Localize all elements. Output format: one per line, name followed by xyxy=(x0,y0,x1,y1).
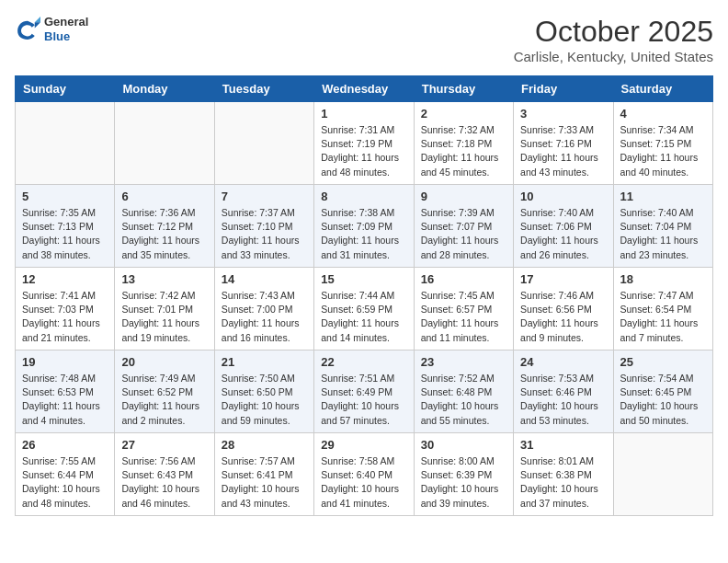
day-info: Sunrise: 7:56 AM Sunset: 6:43 PM Dayligh… xyxy=(121,454,207,511)
day-info: Sunrise: 7:36 AM Sunset: 7:12 PM Dayligh… xyxy=(121,206,207,262)
table-row: 18Sunrise: 7:47 AM Sunset: 6:54 PM Dayli… xyxy=(613,268,712,350)
table-row: 8Sunrise: 7:38 AM Sunset: 7:09 PM Daylig… xyxy=(314,185,414,268)
table-row: 15Sunrise: 7:44 AM Sunset: 6:59 PM Dayli… xyxy=(314,268,414,350)
day-number: 28 xyxy=(222,438,307,452)
calendar-week-row: 1Sunrise: 7:31 AM Sunset: 7:19 PM Daylig… xyxy=(16,102,713,185)
day-info: Sunrise: 8:00 AM Sunset: 6:39 PM Dayligh… xyxy=(421,454,506,511)
header-wednesday: Wednesday xyxy=(314,76,414,102)
day-number: 24 xyxy=(520,355,606,369)
table-row: 12Sunrise: 7:41 AM Sunset: 7:03 PM Dayli… xyxy=(16,268,115,350)
table-row: 5Sunrise: 7:35 AM Sunset: 7:13 PM Daylig… xyxy=(16,185,115,268)
table-row: 9Sunrise: 7:39 AM Sunset: 7:07 PM Daylig… xyxy=(414,185,513,268)
table-row xyxy=(214,102,313,185)
table-row: 25Sunrise: 7:54 AM Sunset: 6:45 PM Dayli… xyxy=(613,350,712,433)
day-number: 2 xyxy=(421,107,506,121)
day-info: Sunrise: 7:58 AM Sunset: 6:40 PM Dayligh… xyxy=(321,454,406,511)
day-info: Sunrise: 7:47 AM Sunset: 6:54 PM Dayligh… xyxy=(620,289,706,345)
calendar-week-row: 19Sunrise: 7:48 AM Sunset: 6:53 PM Dayli… xyxy=(16,350,713,433)
day-number: 27 xyxy=(121,438,207,452)
day-number: 31 xyxy=(520,438,606,452)
day-info: Sunrise: 7:57 AM Sunset: 6:41 PM Dayligh… xyxy=(222,454,307,511)
logo-text: General Blue xyxy=(44,15,88,43)
day-info: Sunrise: 7:54 AM Sunset: 6:45 PM Dayligh… xyxy=(620,372,706,428)
day-number: 25 xyxy=(620,355,706,369)
day-number: 12 xyxy=(22,272,108,286)
day-number: 15 xyxy=(321,272,406,286)
day-info: Sunrise: 7:40 AM Sunset: 7:06 PM Dayligh… xyxy=(520,206,606,262)
header-saturday: Saturday xyxy=(613,76,712,102)
weekday-header-row: Sunday Monday Tuesday Wednesday Thursday… xyxy=(16,76,713,102)
day-number: 6 xyxy=(121,190,207,203)
day-number: 7 xyxy=(222,190,307,203)
day-info: Sunrise: 7:40 AM Sunset: 7:04 PM Dayligh… xyxy=(620,206,706,262)
table-row: 7Sunrise: 7:37 AM Sunset: 7:10 PM Daylig… xyxy=(214,185,313,268)
day-number: 22 xyxy=(321,355,406,369)
header-friday: Friday xyxy=(514,76,613,102)
title-block: October 2025 Carlisle, Kentucky, United … xyxy=(514,15,713,64)
table-row: 3Sunrise: 7:33 AM Sunset: 7:16 PM Daylig… xyxy=(514,102,613,185)
table-row xyxy=(613,433,712,516)
day-number: 26 xyxy=(22,438,108,452)
day-info: Sunrise: 8:01 AM Sunset: 6:38 PM Dayligh… xyxy=(520,454,606,511)
table-row: 6Sunrise: 7:36 AM Sunset: 7:12 PM Daylig… xyxy=(115,185,214,268)
calendar-week-row: 5Sunrise: 7:35 AM Sunset: 7:13 PM Daylig… xyxy=(16,185,713,268)
day-info: Sunrise: 7:51 AM Sunset: 6:49 PM Dayligh… xyxy=(321,372,406,428)
logo-icon xyxy=(15,17,40,42)
day-info: Sunrise: 7:35 AM Sunset: 7:13 PM Dayligh… xyxy=(22,206,108,262)
day-number: 5 xyxy=(22,190,108,203)
table-row: 19Sunrise: 7:48 AM Sunset: 6:53 PM Dayli… xyxy=(16,350,115,433)
table-row xyxy=(16,102,115,185)
day-number: 4 xyxy=(620,107,706,121)
table-row: 26Sunrise: 7:55 AM Sunset: 6:44 PM Dayli… xyxy=(16,433,115,516)
day-info: Sunrise: 7:31 AM Sunset: 7:19 PM Dayligh… xyxy=(321,123,406,179)
day-info: Sunrise: 7:42 AM Sunset: 7:01 PM Dayligh… xyxy=(121,289,207,345)
calendar-title: October 2025 xyxy=(514,15,713,49)
day-number: 14 xyxy=(222,272,307,286)
day-info: Sunrise: 7:50 AM Sunset: 6:50 PM Dayligh… xyxy=(222,372,307,428)
day-info: Sunrise: 7:46 AM Sunset: 6:56 PM Dayligh… xyxy=(520,289,606,345)
day-number: 11 xyxy=(620,190,706,203)
table-row: 14Sunrise: 7:43 AM Sunset: 7:00 PM Dayli… xyxy=(214,268,313,350)
calendar-week-row: 12Sunrise: 7:41 AM Sunset: 7:03 PM Dayli… xyxy=(16,268,713,350)
table-row: 1Sunrise: 7:31 AM Sunset: 7:19 PM Daylig… xyxy=(314,102,414,185)
table-row: 23Sunrise: 7:52 AM Sunset: 6:48 PM Dayli… xyxy=(414,350,513,433)
day-number: 1 xyxy=(321,107,406,121)
table-row: 21Sunrise: 7:50 AM Sunset: 6:50 PM Dayli… xyxy=(214,350,313,433)
table-row: 27Sunrise: 7:56 AM Sunset: 6:43 PM Dayli… xyxy=(115,433,214,516)
day-number: 3 xyxy=(520,107,606,121)
day-info: Sunrise: 7:48 AM Sunset: 6:53 PM Dayligh… xyxy=(22,372,108,428)
day-number: 16 xyxy=(421,272,506,286)
day-number: 13 xyxy=(121,272,207,286)
table-row: 31Sunrise: 8:01 AM Sunset: 6:38 PM Dayli… xyxy=(514,433,613,516)
page-header: General Blue October 2025 Carlisle, Kent… xyxy=(15,15,713,64)
table-row: 4Sunrise: 7:34 AM Sunset: 7:15 PM Daylig… xyxy=(613,102,712,185)
day-info: Sunrise: 7:32 AM Sunset: 7:18 PM Dayligh… xyxy=(421,123,506,179)
day-number: 17 xyxy=(520,272,606,286)
table-row: 28Sunrise: 7:57 AM Sunset: 6:41 PM Dayli… xyxy=(214,433,313,516)
day-info: Sunrise: 7:49 AM Sunset: 6:52 PM Dayligh… xyxy=(121,372,207,428)
day-info: Sunrise: 7:44 AM Sunset: 6:59 PM Dayligh… xyxy=(321,289,406,345)
day-info: Sunrise: 7:43 AM Sunset: 7:00 PM Dayligh… xyxy=(222,289,307,345)
table-row: 20Sunrise: 7:49 AM Sunset: 6:52 PM Dayli… xyxy=(115,350,214,433)
day-number: 30 xyxy=(421,438,506,452)
logo-blue-text: Blue xyxy=(44,29,88,44)
calendar-week-row: 26Sunrise: 7:55 AM Sunset: 6:44 PM Dayli… xyxy=(16,433,713,516)
day-info: Sunrise: 7:37 AM Sunset: 7:10 PM Dayligh… xyxy=(222,206,307,262)
header-monday: Monday xyxy=(115,76,214,102)
table-row: 24Sunrise: 7:53 AM Sunset: 6:46 PM Dayli… xyxy=(514,350,613,433)
table-row: 16Sunrise: 7:45 AM Sunset: 6:57 PM Dayli… xyxy=(414,268,513,350)
day-number: 10 xyxy=(520,190,606,203)
day-number: 23 xyxy=(421,355,506,369)
day-number: 19 xyxy=(22,355,108,369)
logo-general-text: General xyxy=(44,15,88,29)
calendar-subtitle: Carlisle, Kentucky, United States xyxy=(514,49,713,64)
table-row: 13Sunrise: 7:42 AM Sunset: 7:01 PM Dayli… xyxy=(115,268,214,350)
table-row: 11Sunrise: 7:40 AM Sunset: 7:04 PM Dayli… xyxy=(613,185,712,268)
day-info: Sunrise: 7:41 AM Sunset: 7:03 PM Dayligh… xyxy=(22,289,108,345)
header-thursday: Thursday xyxy=(414,76,513,102)
day-info: Sunrise: 7:55 AM Sunset: 6:44 PM Dayligh… xyxy=(22,454,108,511)
day-info: Sunrise: 7:52 AM Sunset: 6:48 PM Dayligh… xyxy=(421,372,506,428)
day-info: Sunrise: 7:45 AM Sunset: 6:57 PM Dayligh… xyxy=(421,289,506,345)
logo: General Blue xyxy=(15,15,88,43)
calendar-table: Sunday Monday Tuesday Wednesday Thursday… xyxy=(15,75,713,516)
